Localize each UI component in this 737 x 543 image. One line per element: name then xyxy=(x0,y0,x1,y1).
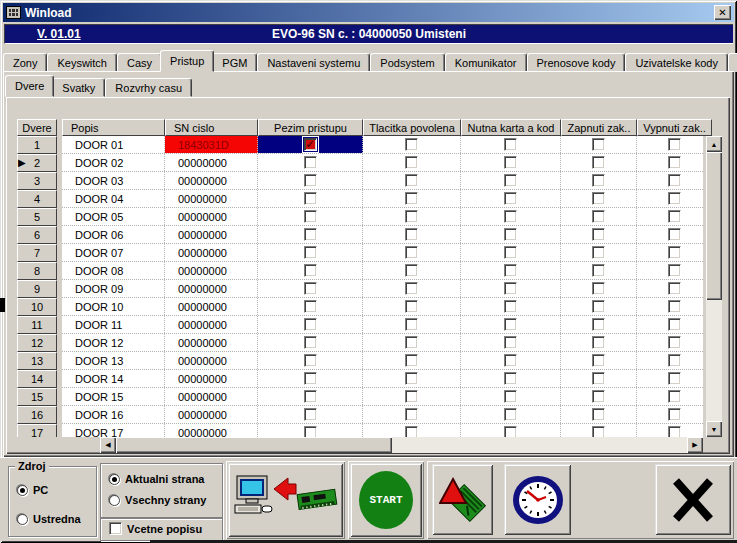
tab-prenosove-kody[interactable]: Prenosove kody xyxy=(527,53,626,72)
grid-body[interactable]: DOOR 011843031DDOOR 0200000000DOOR 03000… xyxy=(62,136,703,437)
tab-moduly[interactable]: Moduly xyxy=(728,53,737,72)
cell-check[interactable] xyxy=(461,316,561,333)
checkbox-icon[interactable] xyxy=(304,264,317,277)
title-bar[interactable]: Winload ✕ xyxy=(3,3,734,22)
checkbox-icon[interactable] xyxy=(304,390,317,403)
cell-check[interactable] xyxy=(258,262,363,279)
cell-check[interactable] xyxy=(461,388,561,405)
cell-popis[interactable]: DOOR 11 xyxy=(62,316,165,333)
schedule-button[interactable] xyxy=(504,464,571,535)
checkbox-icon[interactable] xyxy=(592,282,605,295)
cell-check[interactable] xyxy=(363,298,461,315)
checkbox-icon[interactable] xyxy=(504,138,517,151)
table-row[interactable]: DOOR 1100000000 xyxy=(62,316,703,334)
table-row[interactable]: DOOR 0400000000 xyxy=(62,190,703,208)
row-number[interactable]: 4 xyxy=(17,190,57,208)
row-number[interactable]: 13 xyxy=(17,352,57,370)
cell-sn[interactable]: 1843031D xyxy=(165,136,258,153)
checkbox-icon[interactable] xyxy=(405,318,418,331)
column-header-7[interactable]: Vypnuti zak.. xyxy=(637,119,712,136)
cell-check[interactable] xyxy=(363,334,461,351)
cell-check[interactable] xyxy=(363,316,461,333)
cell-check[interactable] xyxy=(258,280,363,297)
checkbox-icon[interactable] xyxy=(592,408,605,421)
cell-check[interactable] xyxy=(561,136,637,153)
close-button[interactable] xyxy=(655,464,731,535)
cell-check[interactable] xyxy=(363,154,461,171)
row-number[interactable]: 6 xyxy=(17,226,57,244)
cell-check[interactable] xyxy=(461,208,561,225)
cell-check[interactable] xyxy=(461,172,561,189)
cell-check[interactable] xyxy=(258,334,363,351)
checkbox-icon[interactable] xyxy=(405,300,418,313)
cell-check[interactable] xyxy=(637,352,703,369)
tab-komunikator[interactable]: Komunikator xyxy=(445,53,527,72)
cell-sn[interactable]: 00000000 xyxy=(165,406,258,423)
checkbox-icon[interactable] xyxy=(304,372,317,385)
checkbox-icon[interactable] xyxy=(592,138,605,151)
checkbox-icon[interactable] xyxy=(504,282,517,295)
checkbox-icon[interactable] xyxy=(668,282,681,295)
column-header-4[interactable]: Tlacitka povolena xyxy=(363,119,461,136)
cell-sn[interactable]: 00000000 xyxy=(165,298,258,315)
checkbox-icon[interactable] xyxy=(504,246,517,259)
cell-popis[interactable]: DOOR 04 xyxy=(62,190,165,207)
cell-check[interactable] xyxy=(637,262,703,279)
cell-check[interactable] xyxy=(363,388,461,405)
cell-sn[interactable]: 00000000 xyxy=(165,208,258,225)
tab-uzivatelske-kody[interactable]: Uzivatelske kody xyxy=(625,53,728,72)
cell-check[interactable] xyxy=(561,424,637,437)
horizontal-scroll-thumb[interactable] xyxy=(116,437,392,453)
cell-check[interactable] xyxy=(258,190,363,207)
cell-check[interactable] xyxy=(637,280,703,297)
cell-sn[interactable]: 00000000 xyxy=(165,262,258,279)
checkbox-icon[interactable] xyxy=(668,264,681,277)
table-row[interactable]: DOOR 0700000000 xyxy=(62,244,703,262)
cell-popis[interactable]: DOOR 12 xyxy=(62,334,165,351)
receive-from-panel-button[interactable] xyxy=(228,463,343,537)
cell-check[interactable] xyxy=(363,406,461,423)
verify-button[interactable] xyxy=(432,464,493,535)
checkbox-icon[interactable] xyxy=(304,192,317,205)
checkbox-icon[interactable] xyxy=(504,354,517,367)
scroll-left-icon[interactable]: ◀ xyxy=(100,437,116,453)
row-number[interactable]: 12 xyxy=(17,334,57,352)
cell-check[interactable] xyxy=(561,352,637,369)
cell-check[interactable] xyxy=(637,298,703,315)
checkbox-icon[interactable] xyxy=(504,372,517,385)
cell-sn[interactable]: 00000000 xyxy=(165,154,258,171)
row-number[interactable]: 3 xyxy=(17,172,57,190)
cell-popis[interactable]: DOOR 07 xyxy=(62,244,165,261)
cell-check[interactable] xyxy=(258,424,363,437)
checkbox-icon[interactable] xyxy=(405,282,418,295)
checkbox-icon[interactable] xyxy=(668,174,681,187)
cell-check[interactable] xyxy=(561,334,637,351)
checkbox-icon[interactable] xyxy=(405,264,418,277)
checkbox-icon[interactable] xyxy=(304,282,317,295)
cell-check[interactable] xyxy=(363,208,461,225)
table-row[interactable]: DOOR 1500000000 xyxy=(62,388,703,406)
cell-check[interactable] xyxy=(461,226,561,243)
checkbox-icon[interactable] xyxy=(304,174,317,187)
cell-popis[interactable]: DOOR 10 xyxy=(62,298,165,315)
cell-check[interactable] xyxy=(461,136,561,153)
tab-svatky[interactable]: Svatky xyxy=(52,78,105,97)
column-header-2[interactable]: SN cislo xyxy=(165,119,258,136)
cell-sn[interactable]: 00000000 xyxy=(165,370,258,387)
checkbox-icon[interactable] xyxy=(504,174,517,187)
checkbox-icon[interactable] xyxy=(592,390,605,403)
checkbox-icon[interactable] xyxy=(668,336,681,349)
checkbox-icon[interactable] xyxy=(405,156,418,169)
table-row[interactable]: DOOR 0800000000 xyxy=(62,262,703,280)
checkbox-icon[interactable] xyxy=(592,174,605,187)
column-header-6[interactable]: Zapnuti zak.. xyxy=(561,119,637,136)
checkbox-icon[interactable] xyxy=(668,354,681,367)
cell-check[interactable] xyxy=(461,298,561,315)
cell-popis[interactable]: DOOR 06 xyxy=(62,226,165,243)
checkbox-icon[interactable] xyxy=(405,246,418,259)
cell-check[interactable] xyxy=(258,352,363,369)
cell-check[interactable] xyxy=(637,388,703,405)
checkbox-icon[interactable] xyxy=(405,390,418,403)
cell-check[interactable] xyxy=(461,424,561,437)
cell-popis[interactable]: DOOR 08 xyxy=(62,262,165,279)
